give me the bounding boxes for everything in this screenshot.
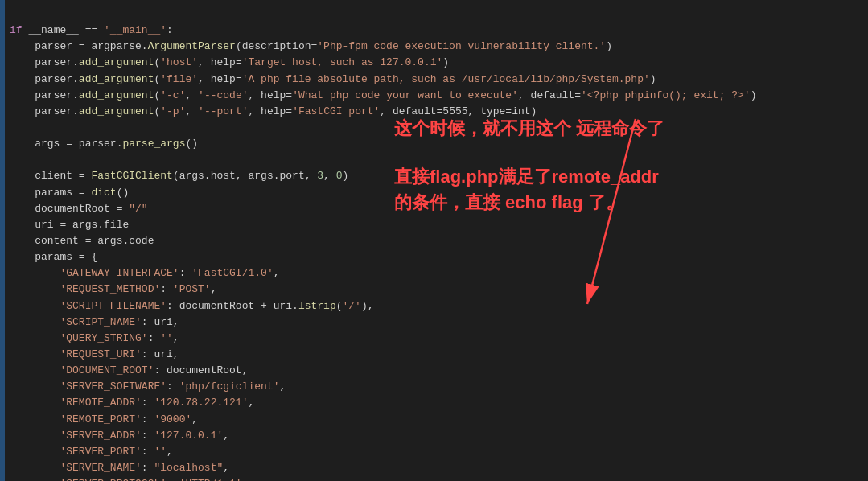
code-block: if __name__ == '__main__': parser = argp… bbox=[0, 0, 868, 481]
